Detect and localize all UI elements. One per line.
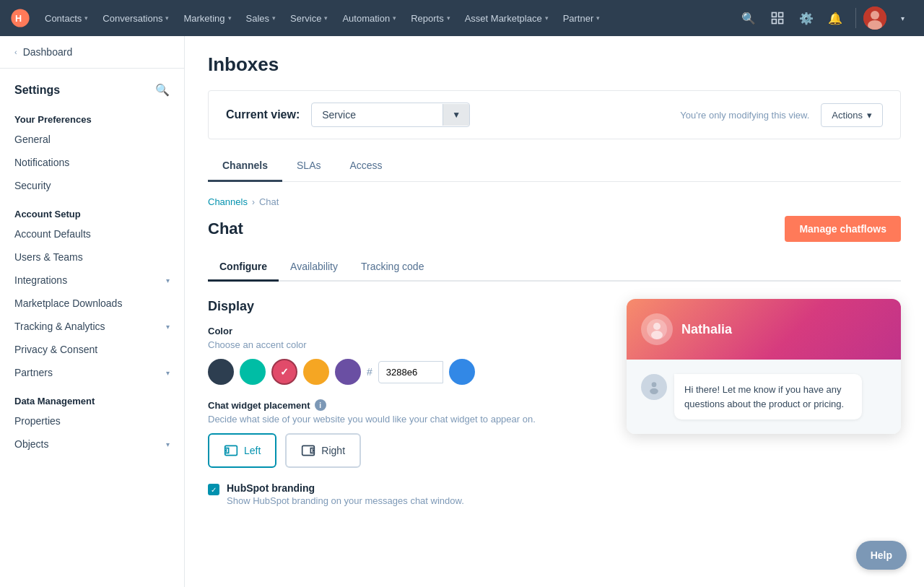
- checkbox-check-icon: ✓: [211, 486, 217, 494]
- svg-rect-2: [772, 13, 777, 17]
- chevron-down-icon: ▾: [324, 14, 328, 22]
- nav-reports[interactable]: Reports ▾: [404, 0, 458, 36]
- sidebar-item-partners[interactable]: Partners ▾: [0, 361, 184, 384]
- chevron-icon: ▾: [166, 440, 170, 448]
- nav-automation[interactable]: Automation ▾: [335, 0, 404, 36]
- marketplace-icon[interactable]: [764, 5, 790, 31]
- preview-header: Nathalia: [627, 299, 901, 360]
- tab-access[interactable]: Access: [335, 151, 396, 182]
- color-swatch-teal[interactable]: [240, 359, 266, 385]
- actions-button[interactable]: Actions ▾: [821, 103, 883, 127]
- placement-options: Left Right: [208, 433, 603, 468]
- color-swatch-purple[interactable]: [335, 359, 361, 385]
- sidebar-item-properties[interactable]: Properties: [0, 409, 184, 432]
- tab-slas[interactable]: SLAs: [282, 151, 335, 182]
- preview-sender-avatar: [641, 374, 667, 400]
- svg-text:H: H: [15, 14, 22, 24]
- branding-sublabel: Show HubSpot branding on your messages c…: [227, 495, 464, 506]
- color-swatches: ✓ #: [208, 359, 603, 385]
- settings-header: Settings 🔍: [0, 69, 184, 103]
- sidebar-item-privacy-consent[interactable]: Privacy & Consent: [0, 338, 184, 361]
- page-title: Inboxes: [208, 53, 901, 76]
- account-setup-title: Account Setup: [0, 197, 184, 222]
- chevron-icon: ▾: [166, 277, 170, 284]
- branding-text: HubSpot branding Show HubSpot branding o…: [227, 482, 464, 506]
- dashboard-button[interactable]: ‹ Dashboard: [0, 36, 184, 69]
- nav-partner[interactable]: Partner ▾: [556, 0, 608, 36]
- chevron-down-icon: ▾: [393, 14, 396, 22]
- selected-check-icon: ✓: [280, 366, 289, 378]
- info-icon[interactable]: i: [315, 399, 326, 411]
- branding-label: HubSpot branding: [227, 482, 464, 494]
- chevron-down-icon: ▾: [228, 14, 232, 22]
- branding-field: ✓ HubSpot branding Show HubSpot branding…: [208, 482, 603, 506]
- widget-placement-sublabel: Decide what side of your website you wou…: [208, 414, 603, 425]
- sidebar-search-icon[interactable]: 🔍: [155, 83, 170, 97]
- manage-chatflows-button[interactable]: Manage chatflows: [785, 216, 901, 242]
- placement-left-option[interactable]: Left: [208, 433, 276, 468]
- chevron-down-icon: ▾: [84, 14, 88, 22]
- placement-right-option[interactable]: Right: [285, 433, 361, 468]
- notifications-icon[interactable]: 🔔: [822, 5, 848, 31]
- hubspot-logo[interactable]: H: [9, 6, 32, 30]
- breadcrumb-channels-link[interactable]: Channels: [208, 196, 248, 207]
- search-icon[interactable]: 🔍: [736, 5, 762, 31]
- svg-point-15: [650, 388, 658, 394]
- nav-conversations[interactable]: Conversations ▾: [95, 0, 176, 36]
- sidebar-item-users-teams[interactable]: Users & Teams: [0, 245, 184, 269]
- svg-point-14: [652, 382, 657, 387]
- widget-placement-field: Chat widget placement i Decide what side…: [208, 399, 603, 468]
- actions-chevron-icon: ▾: [867, 110, 872, 121]
- nav-asset-marketplace[interactable]: Asset Marketplace ▾: [458, 0, 556, 36]
- hex-color-input[interactable]: [378, 361, 443, 383]
- branding-checkbox[interactable]: ✓: [208, 484, 219, 495]
- widget-placement-label: Chat widget placement i: [208, 399, 603, 411]
- preview-agent-avatar: [641, 313, 673, 345]
- data-management-title: Data Management: [0, 384, 184, 409]
- topnav-icons: 🔍 ⚙️ 🔔 ▾: [736, 5, 915, 31]
- color-swatch-pink[interactable]: ✓: [271, 359, 297, 385]
- chevron-down-icon: ▾: [447, 14, 450, 22]
- help-button[interactable]: Help: [856, 541, 907, 570]
- account-menu-chevron[interactable]: ▾: [889, 5, 915, 31]
- svg-rect-3: [779, 13, 783, 17]
- sidebar-item-notifications[interactable]: Notifications: [0, 151, 184, 174]
- breadcrumb-separator: ›: [252, 197, 255, 207]
- sidebar-item-marketplace-downloads[interactable]: Marketplace Downloads: [0, 292, 184, 315]
- chat-tab-configure[interactable]: Configure: [208, 253, 279, 282]
- chat-tab-tracking-code[interactable]: Tracking code: [349, 253, 435, 282]
- tab-channels[interactable]: Channels: [208, 151, 282, 182]
- color-preview-swatch[interactable]: [449, 359, 475, 385]
- chevron-down-icon: ▾: [272, 14, 276, 22]
- sidebar-item-tracking-analytics[interactable]: Tracking & Analytics ▾: [0, 315, 184, 338]
- preview-message-bubble: Hi there! Let me know if you have any qu…: [674, 374, 862, 419]
- breadcrumb-current: Chat: [259, 196, 279, 207]
- user-avatar[interactable]: [863, 6, 886, 30]
- current-view-hint: You're only modifying this view.: [680, 110, 809, 121]
- sidebar-item-integrations[interactable]: Integrations ▾: [0, 269, 184, 292]
- sidebar-item-security[interactable]: Security: [0, 174, 184, 197]
- nav-marketing[interactable]: Marketing ▾: [176, 0, 238, 36]
- sidebar-item-account-defaults[interactable]: Account Defaults: [0, 222, 184, 245]
- nav-sales[interactable]: Sales ▾: [239, 0, 284, 36]
- sidebar-item-general[interactable]: General: [0, 128, 184, 151]
- hash-symbol: #: [367, 366, 372, 378]
- settings-icon[interactable]: ⚙️: [793, 5, 819, 31]
- main-content: Inboxes Current view: Service ▼ You're o…: [185, 36, 924, 587]
- chat-tab-availability[interactable]: Availability: [279, 253, 349, 282]
- configure-layout: Display Color Choose an accent color ✓ #: [208, 299, 901, 506]
- nav-divider: [855, 8, 856, 28]
- nav-service[interactable]: Service ▾: [283, 0, 335, 36]
- current-view-dropdown[interactable]: Service ▼: [311, 103, 470, 127]
- left-placement-icon: [224, 443, 238, 458]
- dropdown-arrow-icon: ▼: [443, 104, 469, 126]
- breadcrumb: Channels › Chat: [208, 196, 901, 207]
- sidebar-item-objects[interactable]: Objects ▾: [0, 432, 184, 456]
- current-view-bar: Current view: Service ▼ You're only modi…: [208, 90, 901, 139]
- chevron-icon: ▾: [166, 323, 170, 331]
- chevron-down-icon: ▾: [596, 14, 600, 22]
- nav-contacts[interactable]: Contacts ▾: [38, 0, 95, 36]
- current-view-label: Current view:: [226, 108, 300, 121]
- color-swatch-orange[interactable]: [303, 359, 329, 385]
- color-swatch-dark[interactable]: [208, 359, 234, 385]
